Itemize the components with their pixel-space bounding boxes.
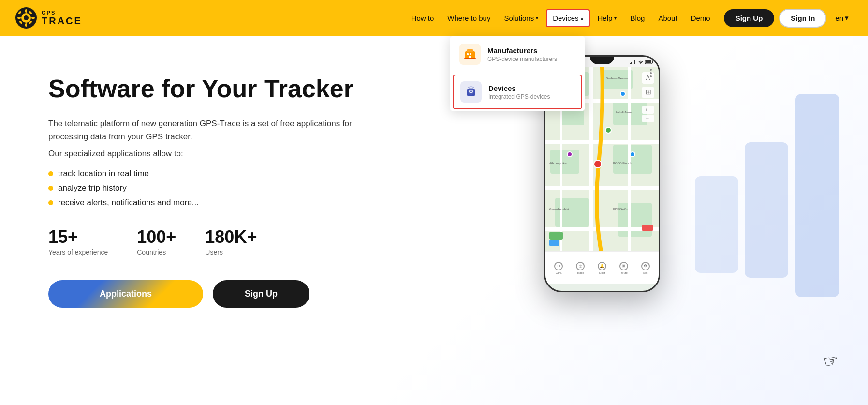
svg-point-67 [650,75,652,77]
svg-point-66 [650,72,652,74]
svg-point-52 [567,152,572,157]
nav-how-to[interactable]: How to [406,10,440,26]
nav-blog[interactable]: Blog [624,10,650,26]
signal-icon [630,60,636,64]
hero-section: Software for Your Tracker The telematic … [0,36,868,405]
svg-rect-3 [25,9,27,13]
svg-rect-40 [628,67,631,251]
applications-button[interactable]: Applications [48,280,203,308]
manufacturers-icon-wrap [459,44,481,65]
phone-nav-track: ◎ Track [576,262,585,274]
svg-rect-22 [633,61,633,64]
signin-button[interactable]: Sign In [779,9,826,28]
hero-buttons: Applications Sign Up [48,280,406,308]
svg-rect-37 [545,186,659,190]
list-item: track location in real time [48,169,406,179]
svg-rect-5 [17,17,21,19]
help-chevron-icon: ▾ [614,15,617,21]
svg-rect-6 [31,17,35,19]
svg-rect-20 [630,63,631,64]
svg-text:−: − [646,115,649,122]
hero-signup-button[interactable]: Sign Up [213,280,309,308]
logo-icon [15,7,37,29]
nav-help[interactable]: Help ▾ [592,10,623,26]
devices-dropdown: Manufacturers GPS-device manufacturers D… [450,36,585,111]
bullet-icon [48,171,53,176]
nav-solutions[interactable]: Solutions ▾ [498,10,544,26]
svg-rect-13 [467,53,469,55]
svg-rect-14 [470,53,471,55]
svg-point-50 [620,91,625,96]
stats-section: 15+ Years of experience 100+ Countries 1… [48,227,406,256]
language-selector[interactable]: en ▾ [831,11,853,25]
hero-title: Software for Your Tracker [48,75,406,104]
signup-button[interactable]: Sign Up [724,9,775,27]
main-nav: How to Where to buy Solutions ▾ Devices … [406,9,716,27]
cursor-hand-icon: ☞ [822,350,841,373]
svg-rect-16 [464,58,476,59]
svg-rect-12 [467,49,473,52]
hero-description-2: Our specialized applications allow to: [48,147,377,160]
svg-text:POCO Einricht: POCO Einricht [613,162,633,165]
list-item: receive alerts, notifications and more..… [48,198,406,208]
phone-nav-gps: ⊕ GPS [554,262,563,274]
devices-chevron-icon: ▴ [581,15,583,21]
bg-bar-3 [795,94,839,297]
phone-status-icons [630,60,654,64]
stat-experience: 15+ Years of experience [48,227,108,256]
battery-icon [645,60,654,64]
phone-nav-alert: 🔔 Notif [598,262,606,274]
logo[interactable]: GPS TRACE [15,7,82,29]
bg-bar-1 [695,176,738,273]
devices-text: Devices Integrated GPS-devices [488,84,550,100]
manufacturers-icon [463,47,477,61]
svg-text:Athmosphäre: Athmosphäre [549,162,567,165]
nav-demo[interactable]: Demo [685,10,716,26]
bullet-icon [48,186,53,191]
header-buttons: Sign Up Sign In en ▾ [724,9,853,28]
nav-about[interactable]: About [652,10,683,26]
svg-text:A: A [646,75,650,81]
solutions-chevron-icon: ▾ [536,15,538,21]
svg-point-53 [594,160,602,168]
svg-text:⊞: ⊞ [646,88,651,96]
phone-bottom-bar: ⊕ GPS ◎ Track 🔔 Notif ⊞ Route [545,251,659,284]
stat-countries: 100+ Countries [137,227,176,256]
svg-rect-4 [25,23,27,27]
svg-text:EDEKA-Kuh: EDEKA-Kuh [613,208,629,210]
hero-content: Software for Your Tracker The telematic … [0,36,435,405]
header: GPS TRACE How to Where to buy Solutions … [0,0,868,36]
svg-text:Bauhaus Dessau: Bauhaus Dessau [606,77,628,80]
svg-rect-55 [549,240,559,246]
svg-rect-56 [642,225,653,231]
nav-where-to-buy[interactable]: Where to buy [441,10,496,26]
dropdown-manufacturers[interactable]: Manufacturers GPS-device manufacturers [450,36,585,73]
svg-point-49 [605,127,611,133]
svg-rect-32 [613,145,652,174]
svg-rect-39 [589,67,593,251]
svg-rect-38 [545,227,659,231]
bullet-icon [48,200,53,205]
svg-point-2 [24,15,29,20]
svg-rect-61 [642,106,654,114]
hero-list: track location in real time analyze trip… [48,169,406,208]
svg-rect-25 [646,60,651,63]
dropdown-devices[interactable]: Devices Integrated GPS-devices [453,75,582,109]
lang-chevron-icon: ▾ [845,14,849,22]
svg-rect-23 [634,60,635,64]
list-item: analyze trip history [48,183,406,193]
phone-nav-route: ⊞ Route [619,262,628,274]
logo-text: GPS TRACE [42,10,82,26]
svg-text:Anhalt Arena: Anhalt Arena [616,111,633,114]
svg-text:Gewerbegebiet: Gewerbegebiet [549,208,569,210]
nav-devices[interactable]: Devices ▴ [546,9,589,27]
manufacturers-text: Manufacturers GPS-device manufacturers [487,46,557,62]
phone-nav-settings: ⚙ Set [641,262,650,274]
svg-text:+: + [645,107,648,113]
bg-bar-2 [745,142,788,278]
svg-rect-21 [631,62,632,64]
wifi-icon [638,60,644,64]
devices-icon-wrap [460,81,482,103]
stat-users: 180K+ Users [205,227,257,256]
devices-icon [464,85,478,99]
